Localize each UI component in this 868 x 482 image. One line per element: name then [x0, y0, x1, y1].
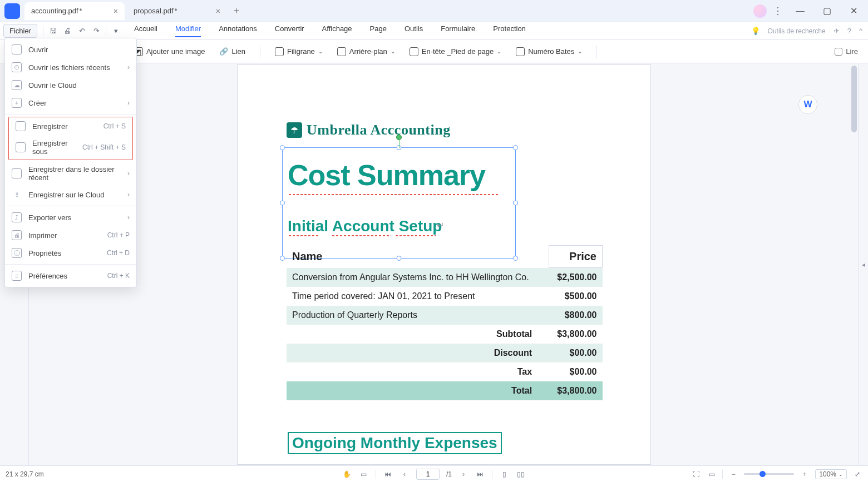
tab-proposal[interactable]: proposal.pdf * × — [127, 2, 227, 20]
spellcheck-underline — [289, 235, 320, 236]
menu-outils[interactable]: Outils — [405, 24, 423, 37]
collapse-ribbon-icon[interactable]: ^ — [859, 27, 862, 35]
zoom-thumb[interactable] — [760, 471, 766, 477]
spellcheck-underline — [396, 235, 436, 236]
file-open[interactable]: Ouvrir — [5, 41, 136, 58]
select-tool-icon[interactable]: ▭ — [359, 469, 369, 479]
resize-handle[interactable] — [280, 201, 285, 206]
prev-page-icon[interactable]: ‹ — [400, 469, 410, 479]
resize-handle[interactable] — [513, 201, 518, 206]
avatar[interactable] — [753, 4, 767, 18]
cloud-up-icon: ⇪ — [12, 190, 22, 200]
file-save-cloud[interactable]: ⇪Enregistrer sur le Cloud› — [5, 186, 136, 203]
close-icon[interactable]: × — [216, 7, 220, 16]
brand-logo: ☂ Umbrella Acccounting — [287, 122, 451, 138]
redo-icon[interactable]: ↷ — [89, 24, 103, 38]
file-create[interactable]: +Créer› — [5, 94, 136, 112]
scrollbar[interactable] — [851, 66, 857, 132]
resize-handle[interactable] — [513, 145, 518, 150]
logo-mark-icon: ☂ — [287, 122, 302, 138]
search-tools[interactable]: 💡 Outils de recherche ✈ ? ^ — [751, 27, 868, 35]
last-page-icon[interactable]: ⏭ — [475, 469, 485, 479]
hand-tool-icon[interactable]: ✋ — [342, 469, 352, 479]
saveas-icon — [16, 142, 26, 152]
menu-affichage[interactable]: Affichage — [322, 24, 352, 37]
link-button[interactable]: 🔗Lien — [219, 47, 245, 56]
file-export[interactable]: ⤴Exporter vers› — [5, 208, 136, 226]
zoom-slider[interactable] — [744, 473, 794, 475]
maximize-button[interactable]: ▢ — [817, 3, 837, 19]
table-row: Production of Quarterly Reports$800.00 — [287, 306, 603, 325]
two-page-icon[interactable]: ▯▯ — [516, 469, 526, 479]
file-save[interactable]: EnregistrerCtrl + S — [9, 117, 132, 135]
resize-handle[interactable] — [280, 145, 285, 150]
table-row: Discount$00.00 — [287, 344, 603, 362]
file-properties[interactable]: ⓘPropriétésCtrl + D — [5, 244, 136, 262]
word-export-float-button[interactable]: W — [798, 95, 817, 114]
file-button[interactable]: Fichier — [3, 24, 37, 38]
document-page[interactable]: W ☂ Umbrella Acccounting Cost Summary In… — [237, 64, 651, 465]
kebab-icon[interactable]: ⋯ — [772, 6, 785, 16]
dirty-indicator: * — [80, 7, 82, 15]
add-tab-button[interactable]: ＋ — [229, 4, 244, 18]
bates-button[interactable]: Numéro Bates⌄ — [516, 47, 582, 56]
watermark-icon — [275, 47, 284, 56]
next-page-icon[interactable]: › — [458, 469, 468, 479]
right-panel-rail[interactable]: ◂ — [858, 63, 868, 465]
page-number-input[interactable] — [416, 469, 440, 480]
zoom-out-icon[interactable]: − — [728, 469, 738, 479]
file-preferences[interactable]: ≡PréférencesCtrl + K — [5, 267, 136, 285]
help-icon[interactable]: ? — [847, 27, 851, 35]
zoom-level[interactable]: 100%⌄ — [815, 469, 847, 479]
save-icon[interactable]: 🖫 — [46, 24, 60, 38]
resize-handle[interactable] — [280, 256, 285, 261]
close-window-button[interactable]: ✕ — [844, 3, 864, 19]
menu-modifier[interactable]: Modifier — [175, 24, 201, 37]
menu-formulaire[interactable]: Formulaire — [441, 24, 475, 37]
chevron-right-icon: › — [127, 213, 130, 221]
watermark-button[interactable]: Filigrane⌄ — [275, 47, 323, 56]
send-icon[interactable]: ✈ — [834, 27, 840, 35]
checkbox-icon — [835, 48, 842, 56]
export-icon: ⤴ — [12, 212, 22, 222]
section-heading[interactable]: Initial Account Setup — [288, 217, 442, 235]
reading-mode-toggle[interactable]: Lire — [835, 47, 858, 56]
file-menu-dropdown: Ouvrir ⏲Ouvrir les fichiers récents› ☁Ou… — [4, 38, 137, 287]
undo-icon[interactable]: ↶ — [75, 24, 89, 38]
menu-protection[interactable]: Protection — [493, 24, 526, 37]
section-heading-next[interactable]: Ongoing Monthly Expenses — [288, 432, 502, 454]
table-row: Time period covered: JAN 01, 2021 to Pre… — [287, 287, 603, 306]
minimize-button[interactable]: — — [790, 3, 810, 19]
file-save-as[interactable]: Enregistrer sousCtrl + Shift + S — [9, 135, 132, 160]
plus-icon: + — [12, 98, 22, 108]
tab-accounting[interactable]: accounting.pdf * × — [24, 2, 125, 20]
menu-annotations[interactable]: Annotations — [219, 24, 257, 37]
close-icon[interactable]: × — [114, 7, 118, 16]
zoom-in-icon[interactable]: + — [800, 469, 810, 479]
canvas[interactable]: W ☂ Umbrella Acccounting Cost Summary In… — [29, 63, 858, 465]
menu-convertir[interactable]: Convertir — [275, 24, 304, 37]
fullscreen-icon[interactable]: ⤢ — [852, 469, 862, 479]
spellcheck-underline — [289, 194, 361, 195]
quick-customize-icon[interactable]: ▾ — [108, 24, 123, 38]
print-icon[interactable]: 🖨 — [60, 24, 75, 38]
file-open-cloud[interactable]: ☁Ouvrir le Cloud — [5, 76, 136, 94]
resize-handle[interactable] — [397, 145, 402, 150]
menu-accueil[interactable]: Accueil — [134, 24, 157, 37]
chevron-right-icon: › — [127, 99, 130, 107]
print-icon: 🖨 — [12, 230, 22, 240]
fit-width-icon[interactable]: ⛶ — [691, 469, 701, 479]
file-open-recent[interactable]: ⏲Ouvrir les fichiers récents› — [5, 58, 136, 76]
background-button[interactable]: Arrière-plan⌄ — [337, 47, 395, 56]
page-title[interactable]: Cost Summary — [288, 158, 485, 192]
first-page-icon[interactable]: ⏮ — [383, 469, 393, 479]
history-icon: ⏲ — [12, 62, 22, 72]
single-page-icon[interactable]: ▯ — [499, 469, 509, 479]
file-print[interactable]: 🖨ImprimerCtrl + P — [5, 226, 136, 244]
header-footer-button[interactable]: En-tête _Pied de page⌄ — [410, 47, 501, 56]
folder-icon — [12, 168, 22, 178]
add-image-button[interactable]: ◩Ajouter une image — [134, 47, 205, 56]
menu-page[interactable]: Page — [370, 24, 387, 37]
fit-page-icon[interactable]: ▭ — [707, 469, 717, 479]
file-save-recent-folder[interactable]: Enregistrer dans le dossier récent› — [5, 161, 136, 186]
